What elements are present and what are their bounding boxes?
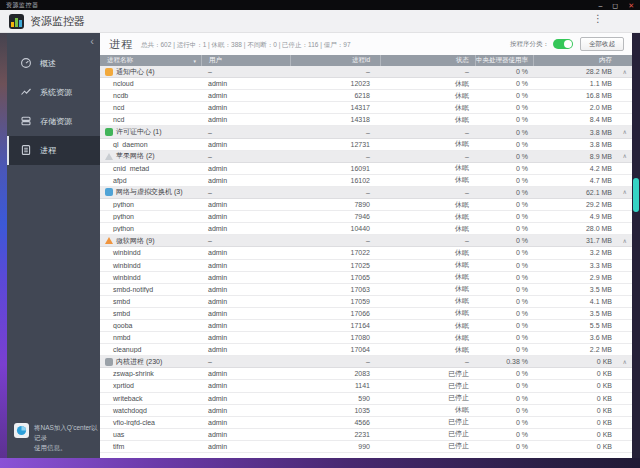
process-row[interactable]: writebackadmin590已停止0 %0 KB: [100, 393, 632, 405]
process-row[interactable]: zswap-shrinkadmin2083已停止0 %0 KB: [100, 368, 632, 380]
microsoft-networking-icon: [105, 237, 113, 244]
memory-cell: 28.0 MB: [533, 225, 632, 232]
process-row[interactable]: cleanupdadmin17064休眠0 %2.2 MB: [100, 344, 632, 356]
process-name: qooba: [113, 322, 132, 329]
col-pid[interactable]: 进程id: [290, 55, 380, 66]
status-cell: 已停止: [380, 429, 475, 439]
qcenter-promo[interactable]: 将NAS加入Q'center以记录 使用信息。: [14, 423, 98, 453]
group-row[interactable]: 苹果网络 (2)–––0 %8.9 MB∧: [100, 151, 632, 163]
process-row[interactable]: smbdadmin17066休眠0 %3.5 MB: [100, 308, 632, 320]
user-cell: admin: [201, 346, 290, 353]
process-name: nmbd: [113, 334, 131, 341]
process-row[interactable]: smbdadmin17059休眠0 %4.1 MB: [100, 296, 632, 308]
cpu-cell: 0 %: [475, 334, 533, 341]
cpu-cell: 0 %: [475, 382, 533, 389]
user-cell: admin: [201, 104, 290, 111]
minimize-icon[interactable]: –: [598, 2, 602, 9]
group-row[interactable]: 微软网络 (9)–––0 %31.7 MB∧: [100, 235, 632, 247]
process-row[interactable]: ncloudadmin12023休眠0 %1.1 MB: [100, 78, 632, 90]
collapse-all-button[interactable]: 全部收起: [580, 37, 624, 51]
memory-cell: 3.3 MB: [533, 262, 632, 269]
cpu-cell: 0 %: [475, 225, 533, 232]
process-row[interactable]: watchdogdadmin1035休眠0 %0 KB: [100, 405, 632, 417]
kebab-menu-icon[interactable]: ⋮: [593, 13, 603, 24]
pid-cell: 17080: [290, 334, 380, 341]
collapse-group-icon[interactable]: ∧: [623, 189, 627, 196]
group-row[interactable]: 通知中心 (4)–––0 %28.2 MB∧: [100, 66, 632, 78]
process-row[interactable]: xprtiodadmin1141已停止0 %0 KB: [100, 380, 632, 392]
collapse-group-icon[interactable]: ∧: [623, 153, 627, 160]
process-row[interactable]: afpdadmin16102休眠0 %4.7 MB: [100, 175, 632, 187]
process-row[interactable]: tifmadmin990已停止0 %0 KB: [100, 441, 632, 453]
process-row[interactable]: [100, 453, 632, 458]
process-row[interactable]: winbinddadmin17065休眠0 %2.9 MB: [100, 272, 632, 284]
sidebar-collapse-icon[interactable]: ‹: [90, 35, 94, 47]
status-cell: –: [380, 358, 475, 365]
sidebar-item-line-chart[interactable]: 系统资源: [7, 78, 100, 107]
sidebar-item-gauge[interactable]: 概述: [7, 49, 100, 78]
process-name: ncloud: [113, 80, 134, 87]
process-row[interactable]: ncdadmin14318休眠0 %8.4 MB: [100, 114, 632, 126]
process-row[interactable]: nmbdadmin17080休眠0 %3.6 MB: [100, 332, 632, 344]
process-row[interactable]: ncdbadmin6218休眠0 %16.8 MB: [100, 90, 632, 102]
process-row[interactable]: pythonadmin10440休眠0 %28.0 MB: [100, 223, 632, 235]
process-row[interactable]: pythonadmin7890休眠0 %29.2 MB: [100, 199, 632, 211]
user-cell: admin: [201, 165, 290, 172]
memory-cell: 0 KB: [533, 407, 632, 414]
sort-descending-icon[interactable]: ▾: [193, 58, 196, 64]
collapse-group-icon[interactable]: ∧: [623, 358, 627, 365]
memory-cell: 1.1 MB: [533, 80, 632, 87]
maximize-icon[interactable]: ◻: [612, 2, 618, 9]
user-cell: admin: [201, 310, 290, 317]
process-row[interactable]: vfio-irqfd-cleaadmin4566已停止0 %0 KB: [100, 417, 632, 429]
user-cell: admin: [201, 419, 290, 426]
user-cell: admin: [201, 431, 290, 438]
group-row[interactable]: 许可证中心 (1)–––0 %3.8 MB∧: [100, 126, 632, 138]
status-cell: 休眠: [380, 139, 475, 149]
process-row[interactable]: uasadmin2231已停止0 %0 KB: [100, 429, 632, 441]
memory-cell: 0 KB: [533, 382, 632, 389]
process-row[interactable]: winbinddadmin17022休眠0 %3.2 MB: [100, 247, 632, 259]
user-cell: –: [201, 129, 290, 136]
process-row[interactable]: smbd-notifydadmin17063休眠0 %3.5 MB: [100, 284, 632, 296]
group-row[interactable]: 内核进程 (230)–––0.38 %0 KB∧: [100, 356, 632, 368]
process-name: afpd: [113, 177, 127, 184]
collapse-group-icon[interactable]: ∧: [623, 128, 627, 135]
col-cpu-usage[interactable]: 中央处理器使用率: [475, 55, 533, 66]
notification-center-icon: [105, 68, 113, 76]
cpu-cell: 0 %: [475, 189, 533, 196]
cpu-cell: 0 %: [475, 80, 533, 87]
col-process-name[interactable]: 进程名称▾: [100, 55, 201, 66]
status-cell: 已停止: [380, 393, 475, 403]
desktop-wallpaper-left: [0, 33, 7, 458]
process-row[interactable]: pythonadmin7946休眠0 %4.9 MB: [100, 211, 632, 223]
process-row[interactable]: qoobaadmin17164休眠0 %5.5 MB: [100, 320, 632, 332]
process-name: smbd: [113, 310, 130, 317]
status-cell: –: [380, 189, 475, 196]
cpu-cell: 0 %: [475, 237, 533, 244]
process-name: smbd-notifyd: [113, 286, 153, 293]
memory-cell: 0 KB: [533, 431, 632, 438]
group-by-app-toggle[interactable]: [553, 39, 573, 49]
col-memory[interactable]: 内存: [533, 55, 632, 66]
process-name: cnid_metad: [113, 165, 149, 172]
group-row[interactable]: 网络与虚拟交换机 (3)–––0 %62.1 MB∧: [100, 187, 632, 199]
sidebar-item-storage[interactable]: 存储资源: [7, 107, 100, 136]
process-name: zswap-shrink: [113, 370, 154, 377]
close-icon[interactable]: ✕: [628, 2, 634, 9]
pid-cell: 17022: [290, 249, 380, 256]
collapse-group-icon[interactable]: ∧: [623, 68, 627, 75]
process-row[interactable]: ncdadmin14317休眠0 %2.0 MB: [100, 102, 632, 114]
col-status[interactable]: 状态: [380, 55, 475, 66]
process-row[interactable]: winbinddadmin17025休眠0 %3.3 MB: [100, 260, 632, 272]
app-title: 资源监控器: [30, 14, 85, 29]
collapse-group-icon[interactable]: ∧: [623, 237, 627, 244]
storage-icon: [20, 115, 32, 129]
sidebar-item-process-list[interactable]: 进程: [7, 136, 100, 165]
process-row[interactable]: ql_daemonadmin12731休眠0 %3.8 MB: [100, 139, 632, 151]
col-user[interactable]: 用户: [201, 55, 290, 66]
scrollbar-thumb[interactable]: [633, 178, 639, 212]
resource-monitor-logo-icon: [9, 14, 24, 29]
process-name: winbindd: [113, 249, 141, 256]
process-row[interactable]: cnid_metadadmin16091休眠0 %4.2 MB: [100, 163, 632, 175]
